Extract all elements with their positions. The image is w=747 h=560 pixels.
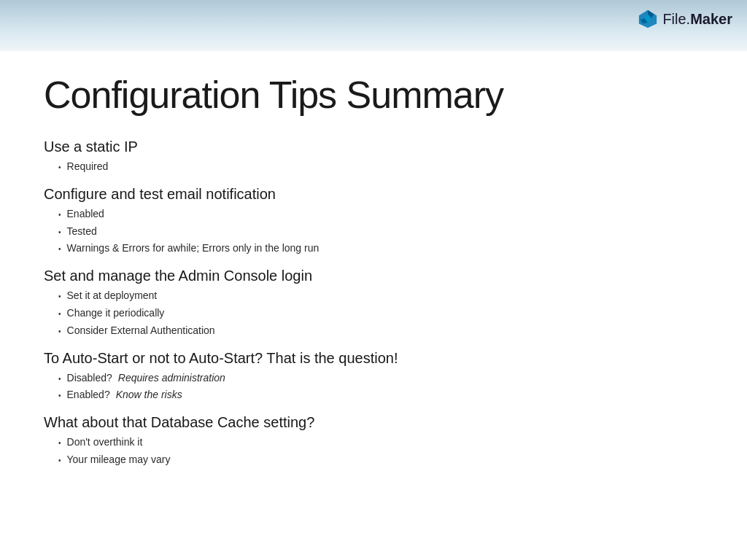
logo-text: File.Maker [662,11,732,28]
bullet-text: Tested [67,223,97,241]
bullet-text: Consider External Authentication [67,322,215,340]
bullet-list-cache: Don't overthink it Your mileage may vary [44,434,703,469]
section-heading-admin: Set and manage the Admin Console login [44,268,703,284]
bullet-text: Change it periodically [67,305,165,322]
page-title: Configuration Tips Summary [44,73,703,117]
bullet-text-italic: Requires administration [118,370,225,387]
list-item: Set it at deployment [58,287,703,305]
section-heading-email: Configure and test email notification [44,186,703,203]
list-item: Enabled [58,206,703,223]
list-item: Change it periodically [58,305,703,322]
list-item: Your mileage may vary [58,451,703,469]
bullet-text: Warnings & Errors for awhile; Errors onl… [67,240,320,257]
bullet-list-email: Enabled Tested Warnings & Errors for awh… [44,206,703,257]
section-static-ip: Use a static IP Required [44,139,703,176]
section-heading-autostart: To Auto-Start or not to Auto-Start? That… [44,350,703,367]
bullet-list-autostart: Disabled? Requires administration Enable… [44,370,703,405]
logo-area: File.Maker [638,9,732,29]
list-item: Consider External Authentication [58,322,703,340]
section-heading-cache: What about that Database Cache setting? [44,414,703,431]
bullet-text: Your mileage may vary [67,451,171,469]
filemaker-icon [638,9,658,29]
bullet-text: Don't overthink it [67,434,143,451]
list-item: Required [58,158,703,176]
section-database-cache: What about that Database Cache setting? … [44,414,703,469]
main-content: Configuration Tips Summary Use a static … [0,51,747,560]
list-item: Warnings & Errors for awhile; Errors onl… [58,240,703,257]
bullet-list-admin: Set it at deployment Change it periodica… [44,287,703,339]
bullet-text-prefix: Enabled? [67,386,110,404]
bullet-text: Enabled [67,206,104,223]
list-item: Don't overthink it [58,434,703,451]
header-bar [0,0,747,51]
list-item: Enabled? Know the risks [58,386,703,404]
bullet-text: Set it at deployment [67,287,158,305]
bullet-text: Required [67,158,109,176]
bullet-text-italic: Know the risks [116,386,182,404]
list-item: Disabled? Requires administration [58,370,703,387]
list-item: Tested [58,223,703,241]
section-heading-static-ip: Use a static IP [44,139,703,155]
section-admin-console: Set and manage the Admin Console login S… [44,268,703,339]
section-email-notification: Configure and test email notification En… [44,186,703,257]
bullet-text-prefix: Disabled? [67,370,112,387]
section-auto-start: To Auto-Start or not to Auto-Start? That… [44,350,703,405]
bullet-list-static-ip: Required [44,158,703,176]
